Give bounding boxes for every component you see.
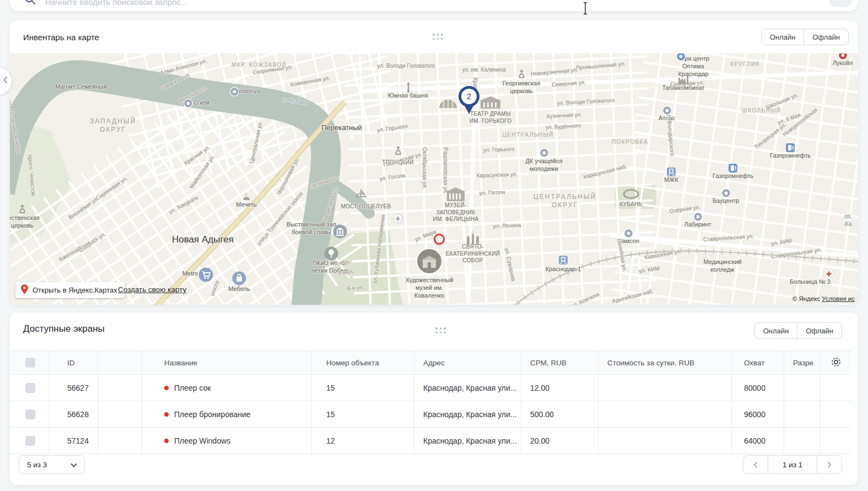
cell-id: ID (50, 351, 98, 374)
cell-cb (10, 351, 50, 374)
table-row[interactable]: 56628Плеер бронирование15Краснодар, Крас… (10, 401, 851, 428)
cell-resolution (784, 401, 821, 427)
open-in-yandex-maps-label: Открыть в Яндекс.Картах (33, 286, 117, 294)
dome-icon (438, 96, 458, 110)
chevron-down-icon (71, 461, 77, 469)
status-dot-icon (164, 439, 169, 443)
map-terms-link[interactable]: Условия ис (822, 295, 855, 302)
map-cluster-marker[interactable]: 2 (456, 85, 482, 119)
poi-gray-icon (721, 188, 731, 200)
poi-gray-icon (662, 106, 672, 117)
screen-name: Плеер Windows (174, 436, 230, 445)
cell-name: Плеер бронирование (142, 401, 312, 427)
cell-id: 56628 (50, 401, 98, 427)
rail-icon (558, 255, 568, 267)
mosque-icon (242, 192, 251, 202)
screen-name: Плеер бронирование (174, 410, 251, 419)
search-bar[interactable] (10, 0, 858, 11)
map-point-marker[interactable] (434, 234, 445, 245)
screens-offline-button[interactable]: Офлайн (797, 322, 842, 339)
map-copyright: © Яндекс (792, 295, 822, 302)
drag-handle-icon[interactable] (433, 34, 443, 40)
page-size-value: 5 из 3 (27, 461, 47, 469)
screens-card-title: Доступные экраны (23, 323, 105, 334)
cross-icon (518, 69, 525, 80)
photo-icon (416, 248, 443, 277)
row-checkbox[interactable] (25, 436, 35, 446)
yandex-map[interactable]: ЗАПАДНЫЙ ОКРУГЦЕНТРАЛЬНЫЙ ОКРУГПОКРОВКАЦ… (10, 53, 858, 305)
screens-card-header: Доступные экраны Онлайн Офлайн (10, 312, 858, 346)
map-attribution: © Яндекс Условия ис (792, 295, 855, 302)
cell-daily_cost: Стоимость за сутки, RUB (599, 351, 732, 374)
cell-cb (10, 375, 50, 401)
cell-cpm: CPM, RUB (521, 351, 599, 374)
funnel-icon (837, 0, 845, 1)
cell-resolution: Разре (784, 351, 821, 374)
cell-address: Краснодар, Красная ули... (414, 401, 521, 427)
factory-icon (677, 75, 689, 87)
cell-object_number: 15 (312, 375, 414, 401)
poi-museum-icon (333, 224, 347, 241)
open-in-yandex-maps-button[interactable]: Открыть в Яндекс.Картах (15, 282, 125, 298)
cell-cpm: 500.00 (521, 401, 599, 427)
cell-reach: 80000 (732, 375, 784, 401)
search-icon (24, 0, 36, 8)
cell-id: 56627 (50, 375, 98, 401)
screens-online-button[interactable]: Онлайн (754, 322, 798, 339)
page: Инвентарь на карте Онлайн Офлайн (0, 0, 868, 491)
status-dot-icon (164, 412, 169, 417)
filter-button[interactable] (829, 0, 851, 7)
museum-icon (445, 187, 466, 203)
select-all-checkbox[interactable] (25, 358, 35, 368)
row-checkbox[interactable] (25, 383, 35, 393)
cell-daily_cost (599, 401, 732, 427)
cell-object_number: 15 (312, 401, 414, 427)
cell-name: Название (142, 351, 312, 374)
next-page-button[interactable] (817, 455, 842, 474)
map-card-title: Инвентарь на карте (23, 33, 99, 42)
rail-icon (666, 167, 676, 179)
cell-cb (10, 401, 50, 427)
cell-gear (821, 401, 851, 427)
screens-online-offline-toggle: Онлайн Офлайн (754, 322, 842, 339)
poi-blue-icon (676, 53, 686, 63)
bridge-icon (354, 188, 368, 200)
gear-icon[interactable] (829, 355, 843, 370)
stadium-icon (623, 189, 639, 201)
pager: 1 из 1 (743, 455, 842, 474)
cell-reach: Охват (732, 351, 784, 374)
tree-icon (324, 246, 338, 263)
row-checkbox[interactable] (25, 409, 35, 419)
map-poi-icons-layer (10, 53, 858, 305)
search-input[interactable] (45, 0, 431, 10)
cell-address: Адрес (414, 351, 521, 374)
poi-gray-icon (540, 148, 549, 160)
cell-gear (821, 375, 851, 401)
create-own-map-link[interactable]: Создать свою карту (118, 285, 186, 294)
poi-gray-icon (184, 99, 193, 110)
cell-object_number: Номер объекта (312, 351, 414, 374)
map-pin-icon (20, 284, 29, 296)
cross-icon (395, 145, 402, 157)
map-offline-button[interactable]: Офлайн (804, 29, 849, 45)
cell-cpm: 12.00 (521, 375, 599, 401)
page-size-select[interactable]: 5 из 3 (19, 455, 85, 474)
plus-icon (393, 214, 403, 226)
cell-gap (98, 375, 142, 401)
theater-icon (479, 95, 502, 111)
map-online-button[interactable]: Онлайн (761, 29, 805, 45)
prev-page-button[interactable] (743, 455, 768, 474)
table-row[interactable]: 56627Плеер сок15Краснодар, Красная ули..… (10, 375, 851, 401)
cell-name: Плеер сок (142, 375, 312, 401)
cart-icon (198, 267, 213, 284)
table-header-row: IDНазваниеНомер объектаАдресCPM, RUBСтои… (10, 350, 851, 375)
poi-gray-icon (693, 212, 703, 224)
drag-handle-icon[interactable] (435, 327, 446, 333)
cathedral-icon (465, 230, 481, 246)
cell-gear (821, 351, 851, 374)
gas-icon (785, 143, 795, 155)
table-footer: 5 из 3 1 из 1 (10, 450, 858, 479)
gas-icon (728, 163, 738, 175)
cell-gap (98, 351, 142, 374)
inventory-map-card: Инвентарь на карте Онлайн Офлайн (10, 20, 858, 305)
